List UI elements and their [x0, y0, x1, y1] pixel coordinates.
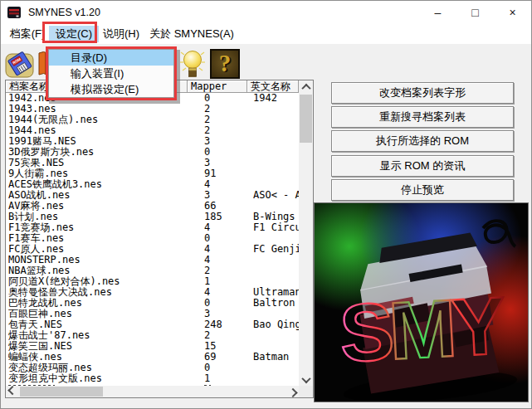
table-row[interactable]: NBA篮球.nes2 [6, 265, 299, 276]
table-row[interactable]: 75宾果.NES3 [6, 158, 299, 168]
action-button-3[interactable]: 显示 ROM 的资讯 [331, 155, 514, 177]
action-button-1[interactable]: 重新搜寻档案列表 [331, 106, 514, 128]
table-row[interactable]: 变形坦克中文版.nes1 [6, 373, 299, 384]
english-name-cell: ASO< - Ar [247, 190, 299, 201]
table-row[interactable]: F1赛车.nes0 [6, 233, 299, 244]
help-question-icon[interactable]: ? ? [210, 49, 240, 79]
mapper-cell: 0 [188, 298, 247, 309]
table-row[interactable]: 1944(无限点).nes2 [6, 114, 299, 125]
table-row[interactable]: 9人街霸.nes91 [6, 168, 299, 179]
filename-cell: F1竞赛场.nes [6, 222, 188, 233]
action-button-4[interactable]: 停止预览 [331, 179, 514, 201]
filename-cell: 1943.nes [6, 104, 188, 114]
table-row[interactable]: 奥特曼怪兽大决战.nes4Ultraman [6, 287, 299, 298]
horizontal-scroll-thumb[interactable] [20, 387, 103, 397]
mapper-cell: 15 [188, 341, 247, 352]
filename-cell: 变形坦克中文版.nes [6, 373, 188, 384]
mapper-cell: 0 [188, 147, 247, 158]
vertical-scrollbar[interactable] [299, 80, 313, 386]
vertical-scroll-thumb[interactable] [300, 95, 312, 143]
english-name-cell: 1942 [247, 93, 299, 104]
table-row[interactable]: FC原人.nes4FC Genjin [6, 244, 299, 255]
menubar-item-1[interactable]: 设定(C) [49, 26, 99, 42]
english-name-cell [247, 179, 299, 190]
action-button-0[interactable]: 改变档案列表字形 [331, 82, 514, 104]
table-row[interactable]: 1943.nes2 [6, 104, 299, 114]
table-row[interactable]: 爆击战士'87.nes2 [6, 330, 299, 341]
table-row[interactable]: AV麻将.nes66 [6, 201, 299, 212]
table-row[interactable]: 阿贝道X(绝对合体).nes1 [6, 276, 299, 287]
scroll-left-button[interactable] [6, 386, 18, 397]
table-row[interactable]: 巴特龙战机.nes0Baltron [6, 298, 299, 309]
dropdown-item-2[interactable]: 模拟器设定(E) [49, 81, 173, 97]
filename-cell: NBA篮球.nes [6, 265, 188, 276]
english-name-cell: FC Genjin [247, 244, 299, 255]
mapper-cell: 2 [188, 114, 247, 125]
table-row[interactable]: 变态超级玛丽.nes0 [6, 363, 299, 373]
column-header-2[interactable]: 英文名称 [247, 80, 299, 93]
filename-cell: 爆击战士'87.nes [6, 330, 188, 341]
table-row[interactable]: 1991赌马.NES3 [6, 136, 299, 147]
english-name-cell [247, 341, 299, 352]
table-row[interactable]: F1竞赛场.nes4F1 Circus [6, 222, 299, 233]
dropdown-item-0[interactable]: 目录(D) [49, 50, 173, 66]
app-icon [7, 6, 21, 19]
famicom-preview-art: SMY [315, 203, 528, 402]
scroll-up-button[interactable] [299, 80, 313, 93]
english-name-cell [247, 255, 299, 265]
mapper-cell: 2 [188, 125, 247, 136]
mapper-cell: 3 [188, 158, 247, 168]
english-name-cell [247, 363, 299, 373]
english-name-cell [247, 136, 299, 147]
window-title: SMYNES v1.20 [28, 7, 100, 18]
mapper-cell: 1 [188, 276, 247, 287]
table-row[interactable]: B计划.nes185B-Wings [6, 212, 299, 222]
lightbulb-icon[interactable] [178, 47, 207, 80]
filename-cell: ACES铁鹰战机3.nes [6, 179, 188, 190]
filename-cell: 3D俄罗斯方块.nes [6, 147, 188, 158]
maximize-button[interactable]: □ [456, 1, 494, 24]
dropdown-item-1[interactable]: 输入装置(I) [49, 66, 173, 81]
english-name-cell: F1 Circus [247, 222, 299, 233]
horizontal-scrollbar[interactable] [6, 386, 299, 397]
menubar-item-3[interactable]: 关於 SMYNES(A) [144, 26, 240, 42]
scroll-down-button[interactable] [299, 373, 313, 386]
rom-floppy-icon[interactable]: ROM [4, 48, 36, 80]
mapper-cell: 1 [188, 373, 247, 384]
table-row[interactable]: ASO战机.nes3ASO< - Ar [6, 190, 299, 201]
english-name-cell [247, 373, 299, 384]
table-row[interactable]: 包青天.NES248Bao Qing [6, 319, 299, 330]
mapper-cell: 66 [188, 201, 247, 212]
action-button-2[interactable]: 执行所选择的 ROM [331, 130, 514, 152]
filename-cell: 蝙蝠侠.nes [6, 352, 188, 363]
mapper-cell: 69 [188, 352, 247, 363]
mapper-cell: 3 [188, 190, 247, 201]
scroll-right-button[interactable] [286, 386, 299, 397]
menubar-item-0[interactable]: 档案(F) [7, 26, 47, 42]
filename-cell: 75宾果.NES [6, 158, 188, 168]
english-name-cell: Batman [247, 352, 299, 363]
english-name-cell: Baltron [247, 298, 299, 309]
mapper-cell: 3 [188, 309, 247, 319]
mapper-cell: 4 [188, 244, 247, 255]
table-row[interactable]: ACES铁鹰战机3.nes4 [6, 179, 299, 190]
mapper-cell: 2 [188, 330, 247, 341]
mapper-cell: 3 [188, 136, 247, 147]
scrollbar-corner [299, 386, 313, 397]
mapper-cell: 4 [188, 222, 247, 233]
svg-text:?: ? [219, 50, 232, 76]
english-name-cell [247, 265, 299, 276]
filename-cell: MONSTERP.nes [6, 255, 188, 265]
mapper-cell: 0 [188, 233, 247, 244]
table-row[interactable]: 1944.nes2 [6, 125, 299, 136]
table-row[interactable]: MONSTERP.nes4 [6, 255, 299, 265]
app-window: SMYNES v1.20 – □ × 档案(F)设定(C)说明(H)关於 SMY… [0, 0, 532, 409]
table-row[interactable]: 百眼巨神.nes3 [6, 309, 299, 319]
close-button[interactable]: × [494, 1, 531, 24]
minimize-button[interactable]: – [419, 1, 456, 24]
menubar-item-2[interactable]: 说明(H) [100, 26, 142, 42]
table-row[interactable]: 爆笑三国.NES15 [6, 341, 299, 352]
table-row[interactable]: 3D俄罗斯方块.nes0 [6, 147, 299, 158]
table-row[interactable]: 蝙蝠侠.nes69Batman [6, 352, 299, 363]
column-header-1[interactable]: Mapper [188, 80, 247, 93]
